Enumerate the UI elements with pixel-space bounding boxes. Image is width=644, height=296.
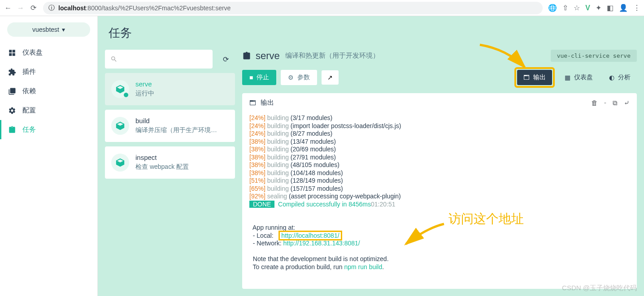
task-item-inspect[interactable]: inspect 检查 webpack 配置 [105,146,235,179]
nav-dependencies[interactable]: 依赖 [0,82,97,101]
tab-label: 分析 [618,73,631,82]
collections-icon [8,87,16,95]
task-desc: 检查 webpack 配置 [135,163,229,171]
output-panel: 🗔 输出 🗑 • ⧉ ⤶ [24%] building (3/17 module… [242,93,637,289]
project-selector[interactable]: vuesbtest ▾ [7,22,90,37]
scroll-bottom-icon[interactable]: ⤶ [624,99,630,107]
svg-rect-2 [9,53,12,56]
nav-dashboard[interactable]: 仪表盘 [0,43,97,62]
panel-icon[interactable]: ◧ [607,4,614,12]
open-button[interactable]: ↗ [322,70,339,85]
terminal-output[interactable]: [24%] building (3/17 modules)[24%] build… [242,112,637,289]
tab-output[interactable]: 🗔 输出 [517,70,552,85]
donut-icon: ◐ [609,74,614,81]
copy-icon[interactable]: ⧉ [613,99,618,107]
dashboard-icon [8,49,16,57]
tab-label: 仪表盘 [574,73,593,82]
assignment-icon [8,126,16,134]
search-input[interactable] [105,50,213,69]
reload-icon[interactable]: ⟳ [29,4,38,13]
task-desc: 运行中 [135,90,229,98]
url-path: :8000/tasks/%2FUsers%2Fmac%2Fvuesbtest:s… [86,4,231,12]
nav-label: 配置 [22,106,36,115]
task-name: build [135,117,229,124]
dashboard-icon: ▦ [565,74,570,81]
extensions-icon[interactable]: ✦ [596,4,601,12]
sidebar: vuesbtest ▾ 仪表盘 插件 依赖 配置 任务 [0,16,98,296]
dot-icon[interactable]: • [604,99,606,107]
share-icon[interactable]: ⇧ [562,4,568,12]
params-button[interactable]: ⚙ 参数 [281,70,317,85]
cube-icon [111,80,129,98]
clipboard-icon [242,51,251,60]
nav-plugins[interactable]: 插件 [0,62,97,82]
nav-label: 依赖 [22,87,36,95]
nav-label: 任务 [22,125,36,134]
star-icon[interactable]: ☆ [574,4,580,12]
svg-rect-3 [13,53,15,56]
output-icon: 🗔 [249,99,256,107]
tab-analyze[interactable]: ◐ 分析 [603,67,637,88]
translate-icon[interactable]: 🌐 [548,4,557,12]
task-list: ⟳ serve 运行中 [105,50,235,289]
forward-icon[interactable]: → [16,4,25,13]
puzzle-icon [8,68,16,76]
cube-icon [111,117,129,135]
command-chip: vue-cli-service serve [551,50,637,62]
output-icon: 🗔 [523,74,530,81]
search-icon [110,56,117,63]
refresh-button[interactable]: ⟳ [216,50,235,69]
detail-subtitle: 编译和热更新（用于开发环境） [285,51,379,60]
stop-icon: ■ [249,74,253,81]
watermark: CSDN @玉子烧烧吃代码 [562,284,637,292]
annotation-highlight: 🗔 输出 [514,67,555,88]
url-bar[interactable]: ⓘ localhost:8000/tasks/%2FUsers%2Fmac%2F… [43,2,543,14]
clear-icon[interactable]: 🗑 [591,99,598,107]
menu-icon[interactable]: ⋮ [633,4,640,12]
chevron-down-icon: ▾ [62,26,65,33]
task-name: serve [135,80,229,88]
settings-icon [8,107,16,115]
project-name: vuesbtest [32,26,59,33]
task-desc: 编译并压缩（用于生产环境… [135,126,229,134]
open-in-new-icon: ↗ [327,74,333,81]
gear-icon: ⚙ [288,74,294,81]
profile-icon[interactable]: 👤 [619,4,628,12]
back-icon[interactable]: ← [4,4,13,13]
task-item-serve[interactable]: serve 运行中 [105,73,235,105]
info-icon: ⓘ [48,4,55,12]
stop-button[interactable]: ■ 停止 [242,70,276,85]
task-detail: serve 编译和热更新（用于开发环境） vue-cli-service ser… [242,50,637,289]
output-title: 输出 [261,99,274,107]
page-title: 任务 [98,16,644,50]
stop-label: 停止 [257,73,269,82]
browser-toolbar: ← → ⟳ ⓘ localhost:8000/tasks/%2FUsers%2F… [0,0,644,16]
detail-name: serve [256,50,280,62]
svg-rect-0 [9,50,12,52]
nav-config[interactable]: 配置 [0,101,97,120]
nav-tasks[interactable]: 任务 [0,120,97,139]
task-item-build[interactable]: build 编译并压缩（用于生产环境… [105,110,235,142]
nav-label: 插件 [22,68,36,76]
params-label: 参数 [297,73,310,82]
nav-label: 仪表盘 [22,48,43,57]
url-host: localhost [58,4,86,12]
inspect-icon [111,154,129,172]
tab-dashboard[interactable]: ▦ 仪表盘 [558,67,599,88]
tab-label: 输出 [533,73,546,82]
vue-devtools-icon[interactable]: V [585,4,590,12]
task-name: inspect [135,154,229,161]
svg-rect-1 [13,50,15,52]
